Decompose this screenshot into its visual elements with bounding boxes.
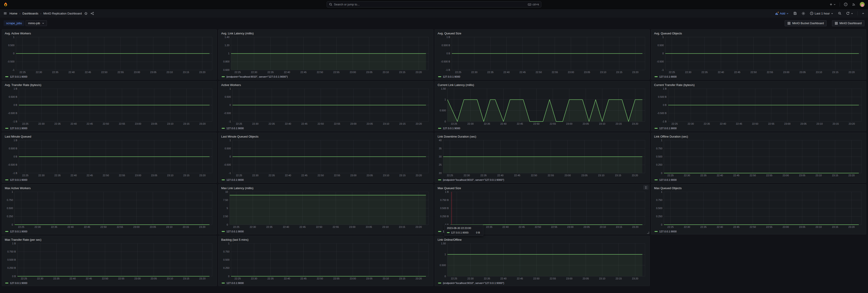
dashboard-settings-button[interactable] <box>801 11 806 16</box>
breadcrumb-item[interactable]: Dashboards <box>23 12 38 15</box>
svg-text:23:05: 23:05 <box>366 226 372 228</box>
panel-header: Avg. Transfer Rate (bytes/s) <box>4 83 214 87</box>
panel-title[interactable]: Max Transfer Rate (per sec) <box>4 238 41 241</box>
collapse-toolbar-button[interactable] <box>861 11 865 15</box>
svg-text:22:30: 22:30 <box>684 226 690 228</box>
star-dashboard-button[interactable] <box>84 11 88 15</box>
legend-item[interactable]: 127.0.0.1:9000 <box>4 281 214 285</box>
legend-item[interactable]: 127.0.0.1:9000 <box>654 177 864 182</box>
panel-title[interactable]: Avg. Active Workers <box>4 32 31 35</box>
legend-item[interactable]: 127.0.0.1:9000 <box>654 229 864 233</box>
legend-item[interactable]: 127.0.0.1:9000 <box>4 126 214 130</box>
breadcrumb-item[interactable]: Home <box>9 12 18 15</box>
svg-text:22:35: 22:35 <box>701 71 708 73</box>
legend-item[interactable]: {endpoint="localhost:9010", server="127.… <box>221 74 431 79</box>
time-series-chart[interactable]: 403530252022:2522:3022:3522:4022:4522:50… <box>437 139 647 177</box>
time-series-chart[interactable]: 1.5010.500022:2522:3022:3522:4022:4522:5… <box>437 87 647 126</box>
time-series-chart[interactable]: 10.7500.5000.250022:2522:3022:3522:4022:… <box>4 191 214 229</box>
share-dashboard-button[interactable] <box>90 11 94 15</box>
panel-resize-handle[interactable] <box>647 232 649 234</box>
panel-title[interactable]: Current Link Latency (millis) <box>437 83 474 87</box>
search-input[interactable] <box>334 3 526 6</box>
refresh-button[interactable] <box>845 11 854 15</box>
menu-toggle-button[interactable] <box>3 11 7 15</box>
time-series-chart[interactable]: 1 B0.750 B0.500 B0.250 B0 B22:2522:3022:… <box>437 191 647 229</box>
legend-item[interactable]: 127.0.0.1:9000 <box>654 126 864 130</box>
legend-item[interactable]: 127.0.0.1:9000 <box>4 74 214 79</box>
svg-text:22:25: 22:25 <box>21 277 27 280</box>
grafana-logo[interactable] <box>3 2 8 7</box>
legend-item[interactable]: 127.0.0.1:9000 <box>4 177 214 182</box>
svg-text:23:15: 23:15 <box>183 71 189 73</box>
panel-title[interactable]: Avg. Transfer Rate (bytes/s) <box>4 83 41 87</box>
panel-title[interactable]: Avg. Queued Objects <box>654 32 682 35</box>
dashboard-link-button[interactable]: MinIO Dashboard <box>832 20 864 26</box>
panel-title[interactable]: Current Transfer Rate (bytes/s) <box>654 83 694 87</box>
svg-text:23:05: 23:05 <box>799 71 806 73</box>
time-series-chart[interactable]: 10.5000-0.500-122:2522:3022:3522:4022:45… <box>654 36 864 74</box>
time-series-chart[interactable]: 1.5010.500022:2522:3022:3522:4022:4522:5… <box>437 242 647 281</box>
panel-header: Active Workers <box>221 83 431 87</box>
legend-item[interactable]: 127.0.0.1:9000 <box>437 74 647 79</box>
time-series-chart[interactable]: 10.7500.5000.250022:2522:3022:3522:4022:… <box>221 242 431 281</box>
svg-text:22:30: 22:30 <box>688 122 694 125</box>
new-button[interactable] <box>829 2 836 6</box>
time-series-chart[interactable]: 10.5000-0.500-122:2522:3022:3522:4022:45… <box>221 139 431 177</box>
time-series-chart[interactable]: 1 B0.500 B0 B-0.500 B-1 B22:2522:3022:35… <box>4 139 214 177</box>
user-avatar[interactable] <box>860 2 865 7</box>
legend-item[interactable]: 127.0.0.1:9000 <box>437 126 647 130</box>
variable-value-dropdown[interactable]: minio-job <box>26 20 47 26</box>
time-series-chart[interactable]: 10.5000-0.500-122:2522:3022:3522:4022:45… <box>4 36 214 74</box>
time-range-picker[interactable]: Last 1 hour <box>809 11 834 15</box>
svg-text:-1 B: -1 B <box>445 69 450 71</box>
svg-text:22:35: 22:35 <box>266 226 273 228</box>
panel-menu-button[interactable] <box>643 185 648 190</box>
panel-title[interactable]: Avg. Link Latency (millis) <box>221 32 254 35</box>
divider <box>840 2 840 6</box>
panel-title[interactable]: Backlog (last 5 mins) <box>221 238 249 241</box>
panel-header: Avg. Queued Size <box>437 31 647 36</box>
svg-text:-1: -1 <box>12 69 14 71</box>
time-series-chart[interactable]: 10.7500.5000.250022:2522:3022:3522:4022:… <box>654 191 864 229</box>
time-series-chart[interactable]: 1 B0.500 B0 B-0.500 B-1 B22:2522:3022:35… <box>654 87 864 126</box>
legend-item[interactable]: 127.0.0.1:9000 <box>221 229 431 233</box>
add-panel-button[interactable]: Add <box>775 11 789 15</box>
panel-title[interactable]: Max Queued Size <box>437 187 461 190</box>
legend-item[interactable]: 127.0.0.1:9000 <box>221 177 431 182</box>
dashboard-panel: Last Minute Queued 1 B0.500 B0 B-0.500 B… <box>2 133 217 183</box>
legend-item[interactable]: 127.0.0.1:9000 <box>654 74 864 79</box>
svg-text:22:40: 22:40 <box>718 71 724 73</box>
legend-item[interactable]: {endpoint="localhost:9010", server="127.… <box>437 281 647 285</box>
legend-item[interactable]: 127.0.0.1:9000 <box>221 126 431 130</box>
svg-text:23:10: 23:10 <box>382 277 389 280</box>
panel-title[interactable]: Last Minute Queued <box>4 135 31 138</box>
save-dashboard-button[interactable] <box>793 11 797 15</box>
panel-title[interactable]: Link Online/Offline <box>437 238 462 241</box>
panel-title[interactable]: Link Downtime Duration (sec) <box>437 135 476 138</box>
svg-text:23:15: 23:15 <box>832 71 839 73</box>
news-button[interactable] <box>851 2 856 7</box>
time-series-chart[interactable]: 1 B0.500 B0 B-0.500 B-1 B22:2522:3022:35… <box>437 36 647 74</box>
help-button[interactable]: ? <box>843 2 848 7</box>
panel-title[interactable]: Avg. Queued Size <box>437 32 461 35</box>
legend-series-swatch <box>654 128 658 129</box>
global-search[interactable]: ctrl+k <box>327 1 541 7</box>
panel-title[interactable]: Max Link Latency (millis) <box>221 187 253 190</box>
legend-item[interactable]: 127.0.0.1:9000 <box>4 229 214 233</box>
panel-title[interactable]: Last Minute Queued Objects <box>221 135 258 138</box>
time-series-chart[interactable]: 10.5000-0.500-122:2522:3022:3522:4022:45… <box>221 87 431 126</box>
panel-title[interactable]: Max Queued Objects <box>654 187 682 190</box>
panel-title[interactable]: Active Workers <box>221 83 241 87</box>
legend-series-swatch <box>438 180 441 180</box>
time-series-chart[interactable]: 1 B0.500 B0 B-0.500 B-1 B22:2522:3022:35… <box>4 87 214 126</box>
time-series-chart[interactable]: 1.401.2010.8000.60022:2522:3022:3522:402… <box>221 36 431 74</box>
dashboard-link-button[interactable]: MinIO Bucket Dashboard <box>785 20 827 26</box>
time-series-chart[interactable]: 107.5052.50022:2522:3022:3522:4022:4522:… <box>221 191 431 229</box>
legend-item[interactable]: {endpoint="localhost:9010", server="127.… <box>437 177 647 182</box>
legend-item[interactable]: 127.0.0.1:9000 <box>221 281 431 285</box>
time-series-chart[interactable]: 1 B0.750 B0.500 B0.250 B0 B22:2522:3022:… <box>4 242 214 281</box>
time-series-chart[interactable]: 10.7500.5000.250022:2522:3022:3522:4022:… <box>654 139 864 177</box>
zoom-out-time-button[interactable] <box>837 11 842 15</box>
panel-title[interactable]: Link Offline Duration (sec) <box>654 135 688 138</box>
panel-title[interactable]: Max Active Workers <box>4 187 31 190</box>
